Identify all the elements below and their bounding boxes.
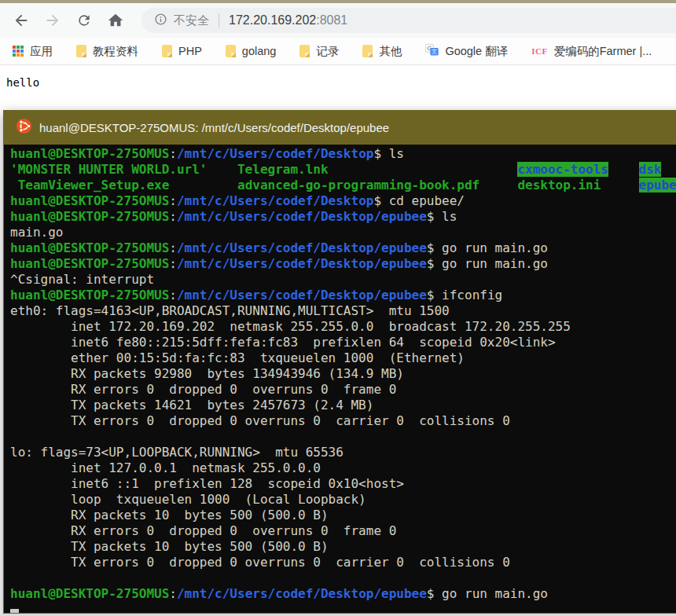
bookmark-label: PHP [178,45,202,57]
terminal-line: TX packets 10 bytes 500 (500.0 B) [10,539,676,555]
google-translate-icon: G 文 [425,43,439,60]
folder-icon [226,45,236,57]
bookmark-google-translate[interactable]: G 文 Google 翻译 [425,43,508,60]
terminal-line: TX packets 14621 bytes 2457673 (2.4 MB) [10,398,676,413]
url-host: 172.20.169.202 [229,13,316,28]
bookmark-label: 记录 [316,44,339,59]
home-button[interactable] [102,7,129,34]
terminal-line: eth0: flags=4163<UP,BROADCAST,RUNNING,MU… [10,303,676,319]
terminal-line: lo: flags=73<UP,LOOPBACK,RUNNING> mtu 65… [10,445,676,460]
bookmark-golang-folder[interactable]: golang [226,45,277,57]
url-port: :8081 [316,13,347,28]
terminal-line: TX errors 0 dropped 0 overruns 0 carrier… [10,555,676,570]
bookmark-label: 教程资料 [93,44,138,59]
svg-text:文: 文 [432,48,437,55]
address-bar[interactable]: 不安全 172.20.169.202:8081 [141,8,676,33]
bookmark-label: golang [242,45,277,57]
terminal-line [10,429,676,445]
folder-icon [299,45,310,57]
terminal-line: inet6 fe80::215:5dff:fefa:fc83 prefixlen… [10,335,676,350]
back-button[interactable] [8,7,35,34]
terminal-line: main.go [10,225,676,240]
security-label: 不安全 [174,13,209,28]
terminal-line: loop txqueuelen 1000 (Local Loopback) [10,492,676,508]
terminal-window: huanl@DESKTOP-275OMUS: /mnt/c/Users/code… [3,110,676,615]
forward-button[interactable] [39,7,66,34]
terminal-line: inet6 ::1 prefixlen 128 scopeid 0x10<hos… [10,476,676,492]
folder-icon [362,45,373,57]
terminal-line: huanl@DESKTOP-275OMUS:/mnt/c/Users/codef… [10,256,676,272]
info-icon[interactable] [154,13,167,29]
terminal-line: RX errors 0 dropped 0 overruns 0 frame 0 [10,523,676,539]
terminal-line: inet 172.20.169.202 netmask 255.255.0.0 … [10,319,676,335]
terminal-line: huanl@DESKTOP-275OMUS:/mnt/c/Users/codef… [10,288,676,303]
terminal-line: huanl@DESKTOP-275OMUS:/mnt/c/Users/codef… [10,240,676,256]
terminal-title-bar[interactable]: huanl@DESKTOP-275OMUS: /mnt/c/Users/code… [4,110,676,145]
bookmark-icf-farmer[interactable]: ICF 爱编码的Farmer |... [531,44,652,59]
folder-icon [76,45,86,57]
bookmark-notes-folder[interactable]: 记录 [299,44,339,59]
terminal-cursor [10,609,19,613]
apps-grid-icon [13,46,24,57]
terminal-line: RX errors 0 dropped 0 overruns 0 frame 0 [10,382,676,398]
bookmark-other-folder[interactable]: 其他 [362,44,402,59]
terminal-line: TeamViewer_Setup.exe advanced-go-program… [10,178,676,193]
bookmark-label: 其他 [379,44,402,59]
terminal-line: huanl@DESKTOP-275OMUS:/mnt/c/Users/codef… [10,209,676,225]
terminal-line: RX packets 10 bytes 500 (500.0 B) [10,508,676,523]
bookmark-tutorials-folder[interactable]: 教程资料 [76,44,138,59]
page-body-text: hello [6,76,676,89]
reload-button[interactable] [71,7,97,34]
terminal-output[interactable]: huanl@DESKTOP-275OMUS:/mnt/c/Users/codef… [4,145,676,613]
terminal-title: huanl@DESKTOP-275OMUS: /mnt/c/Users/code… [39,121,389,134]
terminal-line: huanl@DESKTOP-275OMUS:/mnt/c/Users/codef… [10,146,676,162]
terminal-line: 'MONSTER HUNTER WORLD.url' Telegram.lnk … [10,162,676,178]
bookmark-php-folder[interactable]: PHP [162,45,202,57]
page-content: hello [0,76,676,89]
terminal-line: huanl@DESKTOP-275OMUS:/mnt/c/Users/codef… [10,586,676,602]
terminal-line: ^Csignal: interrupt [10,272,676,288]
terminal-line: ether 00:15:5d:fa:fc:83 txqueuelen 1000 … [10,350,676,366]
icf-icon: ICF [531,46,547,56]
bookmarks-bar: 应用 教程资料 PHP golang 记录 其他 G [0,38,676,65]
terminal-line: TX errors 0 dropped 0 overruns 0 carrier… [10,413,676,429]
omnibox-separator [219,13,219,28]
browser-window: 不安全 172.20.169.202:8081 应用 教程资料 PHP gola… [0,0,676,89]
ubuntu-logo-icon [17,119,31,136]
terminal-line: RX packets 92980 bytes 134943946 (134.9 … [10,366,676,382]
bookmark-apps[interactable]: 应用 [13,44,53,59]
terminal-line [10,570,676,586]
terminal-line: inet 127.0.0.1 netmask 255.0.0.0 [10,460,676,476]
terminal-line: huanl@DESKTOP-275OMUS:/mnt/c/Users/codef… [10,193,676,209]
bookmark-label: Google 翻译 [445,44,508,59]
browser-toolbar: 不安全 172.20.169.202:8081 [0,3,676,38]
folder-icon [162,45,172,57]
bookmark-label: 爱编码的Farmer |... [554,44,652,59]
bookmark-label: 应用 [30,44,53,59]
